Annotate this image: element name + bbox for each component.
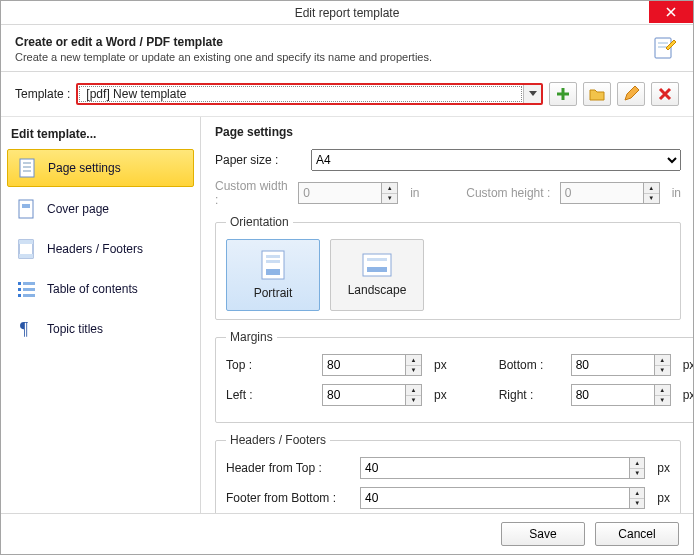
margin-bottom-spinner[interactable]: ▲▼ <box>571 354 671 376</box>
spin-down: ▼ <box>644 194 659 204</box>
footer-from-bottom-input[interactable] <box>360 487 630 509</box>
cover-page-icon <box>17 199 37 219</box>
chevron-down-icon <box>529 91 537 97</box>
svg-rect-18 <box>18 294 21 297</box>
spin-down[interactable]: ▼ <box>406 396 421 406</box>
svg-rect-26 <box>367 258 387 261</box>
open-folder-button[interactable] <box>583 82 611 106</box>
header: Create or edit a Word / PDF template Cre… <box>1 25 693 72</box>
header-title: Create or edit a Word / PDF template <box>15 35 643 49</box>
hf-unit: px <box>657 491 670 505</box>
margin-bottom-input[interactable] <box>571 354 655 376</box>
template-combo[interactable]: [pdf] New template <box>76 83 543 105</box>
svg-rect-6 <box>23 162 31 164</box>
svg-rect-13 <box>19 254 33 258</box>
spin-down[interactable]: ▼ <box>630 499 644 509</box>
margin-right-label: Right : <box>499 388 563 402</box>
sidebar: Edit template... Page settings Cover pag… <box>1 117 201 513</box>
custom-height-label: Custom height : <box>466 186 551 200</box>
sidebar-item-label: Page settings <box>48 161 121 175</box>
custom-width-label: Custom width : <box>215 179 290 207</box>
paper-size-select[interactable]: A4 <box>311 149 681 171</box>
margin-unit: px <box>434 388 447 402</box>
margin-right-spinner[interactable]: ▲▼ <box>571 384 671 406</box>
margin-left-label: Left : <box>226 388 314 402</box>
template-label: Template : <box>15 87 70 101</box>
close-icon <box>666 7 676 17</box>
spin-up[interactable]: ▲ <box>406 355 421 366</box>
svg-rect-16 <box>18 288 21 291</box>
paper-size-label: Paper size : <box>215 153 303 167</box>
svg-rect-1 <box>658 42 668 44</box>
portrait-icon <box>261 250 285 280</box>
landscape-label: Landscape <box>348 283 407 297</box>
custom-width-input <box>298 182 382 204</box>
custom-width-unit: in <box>410 186 419 200</box>
margin-unit: px <box>683 358 693 372</box>
edit-template-button[interactable] <box>617 82 645 106</box>
header-from-top-input[interactable] <box>360 457 630 479</box>
pilcrow-icon: ¶ <box>17 319 37 339</box>
orientation-landscape[interactable]: Landscape <box>330 239 424 311</box>
orientation-group: Orientation Portrait Landscape <box>215 215 681 320</box>
header-from-top-spinner[interactable]: ▲▼ <box>360 457 645 479</box>
margin-left-input[interactable] <box>322 384 406 406</box>
header-from-top-label: Header from Top : <box>226 461 352 475</box>
landscape-icon <box>362 253 392 277</box>
spin-up[interactable]: ▲ <box>630 458 644 469</box>
margin-unit: px <box>434 358 447 372</box>
page-icon <box>18 158 38 178</box>
pencil-icon <box>623 86 639 102</box>
sidebar-item-topic-titles[interactable]: ¶ Topic titles <box>7 311 194 347</box>
svg-rect-10 <box>22 204 30 208</box>
spin-up[interactable]: ▲ <box>655 385 670 396</box>
save-button[interactable]: Save <box>501 522 585 546</box>
orientation-portrait[interactable]: Portrait <box>226 239 320 311</box>
spin-up[interactable]: ▲ <box>406 385 421 396</box>
sidebar-item-label: Cover page <box>47 202 109 216</box>
spin-down[interactable]: ▼ <box>630 469 644 479</box>
x-icon <box>658 87 672 101</box>
margin-left-spinner[interactable]: ▲▼ <box>322 384 422 406</box>
margin-unit: px <box>683 388 693 402</box>
svg-rect-17 <box>23 288 35 291</box>
spin-down[interactable]: ▼ <box>406 366 421 376</box>
margin-right-input[interactable] <box>571 384 655 406</box>
spin-down[interactable]: ▼ <box>655 396 670 406</box>
svg-rect-25 <box>363 254 391 276</box>
svg-rect-23 <box>266 260 280 263</box>
cancel-button[interactable]: Cancel <box>595 522 679 546</box>
margin-top-input[interactable] <box>322 354 406 376</box>
footer-from-bottom-spinner[interactable]: ▲▼ <box>360 487 645 509</box>
headers-footers-icon <box>17 239 37 259</box>
spin-down: ▼ <box>382 194 397 204</box>
sidebar-item-cover-page[interactable]: Cover page <box>7 191 194 227</box>
window-title: Edit report template <box>295 6 400 20</box>
edit-template-icon <box>651 35 679 63</box>
svg-rect-27 <box>367 267 387 272</box>
spin-up[interactable]: ▲ <box>630 488 644 499</box>
sidebar-item-label: Table of contents <box>47 282 138 296</box>
custom-height-unit: in <box>672 186 681 200</box>
svg-rect-24 <box>266 269 280 275</box>
sidebar-item-table-of-contents[interactable]: Table of contents <box>7 271 194 307</box>
delete-template-button[interactable] <box>651 82 679 106</box>
new-template-button[interactable] <box>549 82 577 106</box>
sidebar-item-page-settings[interactable]: Page settings <box>7 149 194 187</box>
main-panel: Page settings Paper size : A4 Custom wid… <box>201 117 693 513</box>
spin-up: ▲ <box>644 183 659 194</box>
headers-footers-group: Headers / Footers Header from Top : ▲▼ p… <box>215 433 681 513</box>
orientation-legend: Orientation <box>226 215 293 229</box>
margins-group: Margins Top : ▲▼ px Bottom : ▲▼ px Left … <box>215 330 693 423</box>
sidebar-item-headers-footers[interactable]: Headers / Footers <box>7 231 194 267</box>
spin-up[interactable]: ▲ <box>655 355 670 366</box>
spin-down[interactable]: ▼ <box>655 366 670 376</box>
custom-width-spinner: ▲▼ <box>298 182 398 204</box>
folder-icon <box>589 87 605 101</box>
template-dropdown-button[interactable] <box>523 85 541 103</box>
margin-top-spinner[interactable]: ▲▼ <box>322 354 422 376</box>
custom-height-input <box>560 182 644 204</box>
margin-bottom-label: Bottom : <box>499 358 563 372</box>
close-button[interactable] <box>649 1 693 23</box>
sidebar-header: Edit template... <box>11 127 190 141</box>
